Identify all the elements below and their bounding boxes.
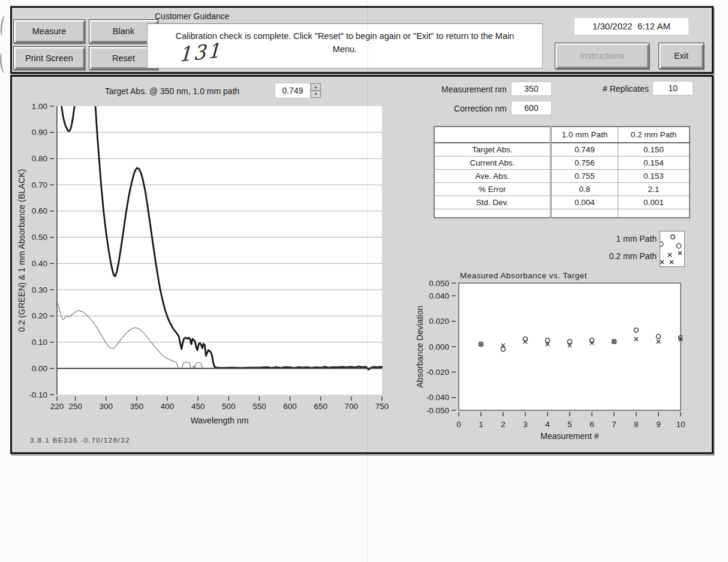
instructions-button-label: Instructions bbox=[580, 51, 624, 61]
row-value: 0.755 bbox=[551, 170, 618, 183]
row-value: 0.153 bbox=[618, 170, 690, 183]
svg-text:0.000: 0.000 bbox=[429, 342, 449, 351]
target-abs-spinner[interactable]: 0.749 ▲ ▼ bbox=[275, 83, 321, 98]
svg-text:Measurement #: Measurement # bbox=[540, 431, 598, 441]
svg-text:220: 220 bbox=[50, 402, 64, 411]
correction-nm-field[interactable]: 600 bbox=[511, 101, 552, 115]
svg-text:0.30: 0.30 bbox=[32, 285, 47, 294]
replicates-field[interactable]: 10 bbox=[652, 81, 693, 95]
spinner-controls: ▲ ▼ bbox=[310, 83, 321, 98]
svg-text:7: 7 bbox=[612, 420, 616, 429]
row-label: Std. Dev. bbox=[434, 196, 551, 209]
row-label: Current Abs. bbox=[434, 157, 551, 170]
svg-text:650: 650 bbox=[314, 402, 327, 411]
svg-text:3: 3 bbox=[523, 420, 528, 429]
col-header-empty bbox=[434, 127, 551, 143]
row-label: % Error bbox=[434, 183, 551, 196]
row-value: 0.8 bbox=[551, 183, 618, 196]
scan-artifact bbox=[0, 52, 9, 73]
row-value: 0.756 bbox=[551, 157, 618, 170]
print-screen-button[interactable]: Print Screen bbox=[13, 46, 85, 70]
print-screen-button-label: Print Screen bbox=[25, 53, 73, 63]
svg-text:2: 2 bbox=[501, 420, 506, 429]
svg-text:-0.10: -0.10 bbox=[29, 390, 47, 399]
svg-text:0.040: 0.040 bbox=[429, 291, 449, 300]
table-header-row: 1.0 mm Path 0.2 mm Path bbox=[434, 127, 690, 143]
svg-text:0.70: 0.70 bbox=[32, 181, 47, 190]
svg-text:Absorbance Deviation: Absorbance Deviation bbox=[415, 306, 425, 388]
handwritten-note: 131 bbox=[179, 38, 222, 67]
svg-text:Measured Absorbance vs. Target: Measured Absorbance vs. Target bbox=[460, 271, 587, 280]
svg-text:-0.040: -0.040 bbox=[426, 393, 449, 402]
exit-button[interactable]: Exit bbox=[658, 43, 704, 69]
svg-text:250: 250 bbox=[68, 402, 82, 411]
svg-text:0.050: 0.050 bbox=[429, 279, 449, 288]
svg-text:0.00: 0.00 bbox=[32, 364, 47, 373]
results-table: 1.0 mm Path 0.2 mm Path Target Abs.0.749… bbox=[434, 126, 690, 218]
spinner-up-button[interactable]: ▲ bbox=[311, 83, 321, 91]
svg-text:0.020: 0.020 bbox=[429, 317, 449, 326]
instructions-button[interactable]: Instructions bbox=[555, 43, 649, 69]
svg-text:6: 6 bbox=[589, 420, 594, 429]
row-label: Ave. Abs. bbox=[434, 170, 551, 183]
reset-button-label: Reset bbox=[112, 53, 135, 63]
table-row: Std. Dev.0.0040.001 bbox=[434, 196, 690, 209]
svg-text:500: 500 bbox=[222, 402, 236, 411]
svg-text:0.80: 0.80 bbox=[32, 154, 47, 163]
row-label: Target Abs. bbox=[434, 143, 551, 157]
toolbar-panel: Measure Blank Print Screen Reset Custome… bbox=[10, 6, 714, 74]
svg-text:8: 8 bbox=[634, 420, 639, 429]
row-value: 0.150 bbox=[618, 143, 690, 157]
svg-text:350: 350 bbox=[130, 402, 144, 411]
row-value: 0.154 bbox=[618, 157, 690, 170]
date-time-display: 1/30/2022 6:12 AM bbox=[574, 18, 688, 35]
svg-text:550: 550 bbox=[252, 402, 266, 411]
version-text: 3.8.1 BE336 -0.70/128/32 bbox=[30, 437, 130, 444]
scan-artifact bbox=[0, 15, 10, 36]
col-header-02mm-path: 0.2 mm Path bbox=[618, 127, 690, 143]
spinner-down-button[interactable]: ▼ bbox=[311, 91, 321, 98]
up-arrow-icon: ▲ bbox=[314, 86, 318, 89]
legend-label-1mm: 1 mm Path bbox=[579, 234, 657, 244]
blank-button-label: Blank bbox=[113, 26, 134, 36]
target-abs-value[interactable]: 0.749 bbox=[275, 83, 310, 98]
row-value: 0.004 bbox=[551, 196, 618, 209]
scanned-screenshot-page: Measure Blank Print Screen Reset Custome… bbox=[0, 0, 728, 562]
table-row: Target Abs.0.7490.150 bbox=[434, 143, 690, 157]
row-value: 0.749 bbox=[551, 143, 618, 157]
table-row: % Error0.82.1 bbox=[434, 183, 690, 196]
spectrum-chart: 1.000.900.800.700.600.500.400.300.200.10… bbox=[15, 101, 411, 452]
row-value: 0.001 bbox=[618, 196, 690, 209]
table-empty-row bbox=[434, 209, 690, 218]
svg-text:400: 400 bbox=[161, 402, 175, 411]
exit-button-label: Exit bbox=[674, 51, 688, 61]
svg-text:0.20: 0.20 bbox=[32, 311, 47, 320]
guidance-title: Customer Guidance bbox=[155, 11, 230, 21]
svg-text:0.50: 0.50 bbox=[32, 233, 47, 242]
svg-text:9: 9 bbox=[656, 420, 661, 429]
measure-button-label: Measure bbox=[32, 26, 66, 36]
measurement-nm-field[interactable]: 350 bbox=[511, 82, 552, 96]
down-arrow-icon: ▼ bbox=[314, 93, 318, 96]
svg-text:0.40: 0.40 bbox=[32, 259, 47, 268]
svg-text:750: 750 bbox=[375, 402, 389, 411]
svg-text:700: 700 bbox=[345, 402, 359, 411]
svg-text:0.90: 0.90 bbox=[32, 128, 47, 137]
svg-text:5: 5 bbox=[567, 420, 572, 429]
svg-text:0.10: 0.10 bbox=[32, 338, 47, 347]
svg-text:-0.050: -0.050 bbox=[426, 406, 449, 415]
table-row: Current Abs.0.7560.154 bbox=[434, 157, 690, 170]
guidance-message-box: Calibration check is complete. Click "Re… bbox=[147, 23, 543, 68]
svg-text:-0.020: -0.020 bbox=[426, 368, 449, 377]
target-abs-label: Target Abs. @ 350 nm, 1.0 mm path bbox=[105, 86, 239, 96]
svg-text:4: 4 bbox=[545, 420, 550, 429]
legend-markers-icon bbox=[660, 232, 684, 266]
svg-text:450: 450 bbox=[191, 402, 205, 411]
svg-text:300: 300 bbox=[100, 402, 113, 411]
measurement-nm-label: Measurement nm bbox=[396, 85, 507, 94]
results-table-body: Target Abs.0.7490.150Current Abs.0.7560.… bbox=[434, 143, 690, 218]
svg-text:1: 1 bbox=[479, 420, 483, 429]
row-value: 2.1 bbox=[618, 183, 690, 196]
legend-marker-box bbox=[660, 231, 685, 267]
measure-button[interactable]: Measure bbox=[13, 19, 85, 43]
